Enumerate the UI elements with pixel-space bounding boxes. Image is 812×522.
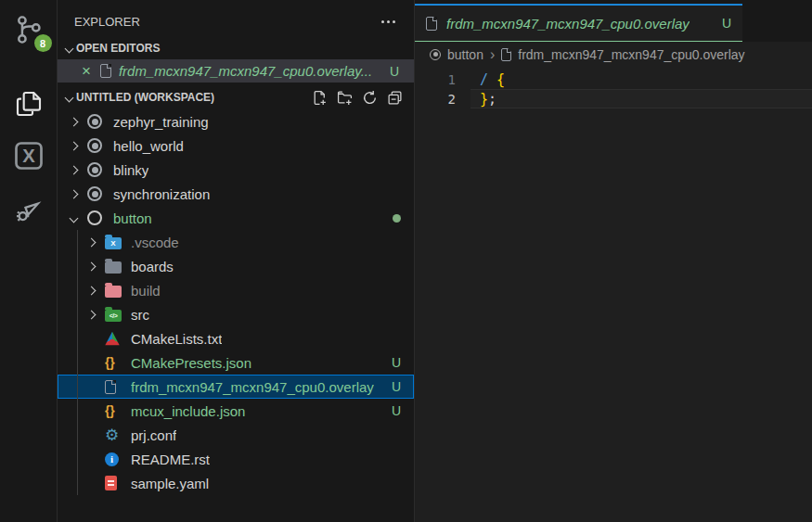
indent-guide	[77, 471, 88, 495]
tree-item-label: sample.yaml	[131, 476, 209, 491]
refresh-icon[interactable]	[362, 90, 378, 106]
editor-group: frdm_mcxn947_mcxn947_cpu0.overlay U butt…	[415, 0, 812, 522]
file-icon	[100, 64, 111, 78]
tree-item-label: CMakePresets.json	[131, 355, 251, 371]
root-folder-icon	[87, 162, 102, 177]
code-editor[interactable]: 1/ {2};	[415, 67, 812, 108]
icon-slot	[105, 452, 127, 466]
open-editor-filename: frdm_mcxn947_mcxn947_cpu0.overlay...	[119, 63, 372, 79]
tree-item-build[interactable]: build	[58, 278, 414, 302]
info-icon	[105, 452, 119, 466]
chevron-down-icon	[70, 213, 79, 223]
tree-item-synchronization[interactable]: synchronization	[58, 182, 414, 206]
run-and-debug-icon[interactable]	[6, 191, 51, 228]
line-number: 1	[415, 72, 470, 87]
breadcrumb-file[interactable]: frdm_mcxn947_mcxn947_cpu0.overlay	[518, 47, 744, 62]
tree-item-label: build	[131, 283, 161, 299]
source-control-icon[interactable]: 8	[6, 11, 51, 48]
tree-item-label: zephyr_training	[113, 114, 209, 130]
tree-item-src[interactable]: src	[58, 302, 414, 326]
icon-slot	[87, 114, 110, 129]
tab-filename: frdm_mcxn947_mcxn947_cpu0.overlay	[446, 16, 690, 32]
tab-git-status-badge: U	[722, 16, 731, 31]
tree-item-prj-conf[interactable]: prj.conf	[58, 423, 414, 447]
breadcrumb-separator-icon: ›	[490, 46, 495, 63]
root-folder-icon	[87, 186, 102, 201]
icon-slot	[105, 355, 127, 370]
mcux-extension-icon[interactable]: X	[6, 137, 51, 174]
chevron-slot	[71, 143, 87, 149]
new-folder-icon[interactable]	[337, 90, 353, 106]
tree-item-hello-world[interactable]: hello_world	[58, 134, 414, 158]
chevron-slot	[71, 119, 87, 125]
indent-guide	[77, 326, 88, 350]
more-actions-icon[interactable]	[378, 17, 399, 27]
tree-item-blinky[interactable]: blinky	[58, 158, 414, 182]
yaml-icon	[105, 476, 117, 490]
tree-item-label: hello_world	[113, 138, 184, 154]
icon-slot	[105, 284, 127, 298]
root-folder-icon	[87, 114, 102, 129]
collapse-all-icon[interactable]	[387, 90, 403, 106]
code-line[interactable]: 1/ {	[415, 70, 812, 89]
json-icon	[105, 403, 113, 418]
icon-slot	[105, 403, 127, 418]
tree-item-boards[interactable]: boards	[58, 254, 414, 278]
indent-guide	[77, 399, 88, 423]
code-text: / {	[470, 70, 812, 89]
icon-slot	[105, 426, 127, 445]
file-icon	[426, 17, 437, 31]
tree-item-mcux-include-json[interactable]: mcux_include.jsonU	[58, 399, 414, 423]
icon-slot	[105, 260, 127, 274]
root-folder-icon	[87, 138, 102, 153]
sidebar-title: EXPLORER	[74, 15, 140, 29]
tree-item-label: prj.conf	[131, 427, 176, 443]
chevron-slot	[71, 167, 87, 173]
workspace-header[interactable]: UNTITLED (WORKSPACE)	[58, 85, 414, 109]
icon-slot	[105, 236, 127, 249]
workspace-actions	[312, 90, 403, 106]
open-editors-label: OPEN EDITORS	[76, 42, 160, 55]
tree-item--vscode[interactable]: .vscode	[58, 230, 414, 254]
tree-item-label: mcux_include.json	[131, 403, 245, 419]
tree-item-label: frdm_mcxn947_mcxn947_cpu0.overlay	[131, 379, 374, 395]
git-status-badge: U	[392, 379, 401, 394]
icon-slot	[87, 162, 110, 177]
tab-frdm-overlay[interactable]: frdm_mcxn947_mcxn947_cpu0.overlay U	[415, 4, 742, 42]
files-glyph	[14, 89, 44, 119]
vscode-folder-icon	[105, 237, 122, 249]
open-editor-item[interactable]: × frdm_mcxn947_mcxn947_cpu0.overlay... U	[58, 59, 414, 83]
tree-item-zephyr-training[interactable]: zephyr_training	[58, 109, 414, 134]
icon-slot	[87, 138, 110, 153]
build-folder-icon	[105, 286, 122, 298]
open-editors-header[interactable]: OPEN EDITORS	[58, 37, 414, 59]
chevron-slot	[88, 263, 105, 270]
source-control-badge: 8	[34, 34, 52, 52]
chevron-slot	[88, 239, 105, 246]
tree-item-sample-yaml[interactable]: sample.yaml	[58, 471, 414, 495]
file-icon	[105, 380, 116, 394]
git-status-badge: U	[390, 64, 399, 79]
root-folder-icon	[430, 49, 441, 60]
chevron-right-icon	[70, 117, 79, 126]
explorer-icon[interactable]	[6, 85, 51, 122]
tree-item-frdm-mcxn947-mcxn947-cpu0-overlay[interactable]: frdm_mcxn947_mcxn947_cpu0.overlayU	[58, 375, 414, 399]
svg-text:X: X	[22, 146, 35, 166]
cmake-icon	[105, 332, 120, 346]
tree-item-button[interactable]: button	[58, 206, 414, 230]
tree-item-cmakelists-txt[interactable]: CMakeLists.txt	[58, 326, 414, 350]
tree-item-label: blinky	[113, 162, 148, 178]
close-icon[interactable]: ×	[82, 63, 91, 79]
tree-item-readme-rst[interactable]: README.rst	[58, 447, 414, 471]
chevron-right-icon	[70, 189, 79, 198]
indent-guide	[77, 423, 88, 447]
breadcrumb-folder[interactable]: button	[447, 47, 483, 62]
gear-icon	[105, 426, 119, 445]
tree-item-cmakepresets-json[interactable]: CMakePresets.jsonU	[58, 350, 414, 375]
tree-item-label: synchronization	[113, 186, 210, 202]
code-text: };	[470, 89, 812, 108]
root-folder-open-icon	[87, 210, 102, 225]
file-tree: zephyr_traininghello_worldblinkysynchron…	[58, 109, 414, 522]
code-line[interactable]: 2};	[415, 89, 812, 108]
new-file-icon[interactable]	[312, 90, 328, 106]
